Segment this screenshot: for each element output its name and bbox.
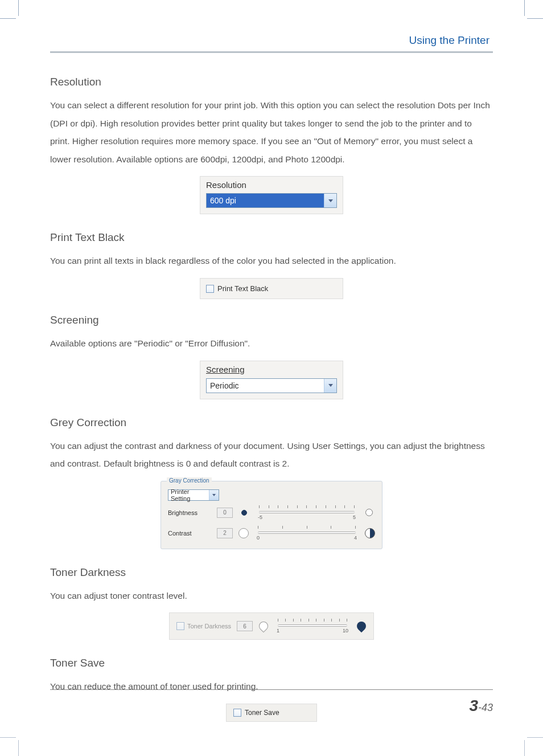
footer-rule: [50, 689, 493, 690]
crop-mark: [527, 737, 543, 738]
drop-filled-icon: [356, 620, 367, 632]
brightness-slider[interactable]: -5 5: [256, 504, 358, 521]
page-number: 3-43: [50, 697, 493, 715]
brightness-value: 0: [217, 508, 233, 518]
grey-mode-dropdown[interactable]: Printer Setting: [168, 489, 219, 501]
header-rule: [50, 51, 493, 53]
section-title-td: Toner Darkness: [50, 566, 493, 579]
section-title-resolution: Resolution: [50, 76, 493, 88]
page-footer: 3-43: [50, 689, 493, 715]
screening-dropdown[interactable]: Periodic: [206, 378, 337, 393]
chevron-down-icon[interactable]: [324, 194, 336, 207]
screening-body: Available options are "Periodic" or "Err…: [50, 334, 493, 353]
td-low: 1: [277, 628, 279, 634]
screening-dd-label: Screening: [206, 365, 337, 374]
ptb-control: Print Text Black: [200, 278, 343, 299]
crop-mark: [0, 18, 16, 19]
resolution-dd-label: Resolution: [206, 180, 337, 190]
screening-control: Screening Periodic: [200, 361, 343, 399]
ptb-checkbox[interactable]: [206, 285, 214, 293]
contrast-value: 2: [217, 528, 233, 538]
section-title-ts: Toner Save: [50, 657, 493, 669]
section-title-screening: Screening: [50, 314, 493, 326]
crop-mark: [18, 740, 19, 756]
brightness-high: 5: [353, 514, 356, 520]
crop-mark: [524, 0, 525, 16]
sun-bright-icon: [364, 507, 375, 518]
contrast-slider[interactable]: 0 4: [254, 525, 359, 542]
grey-body: You can adjust the contrast and darkness…: [50, 437, 493, 473]
chevron-down-icon[interactable]: [209, 490, 219, 500]
contrast-label: Contrast: [168, 530, 211, 537]
resolution-dd-value: 600 dpi: [207, 194, 324, 207]
page-content: Using the Printer Resolution You can sel…: [50, 34, 493, 722]
td-value: 6: [237, 621, 253, 631]
grey-correction-panel: Gray Correction Printer Setting Brightne…: [161, 481, 382, 549]
contrast-high-icon: [365, 528, 375, 538]
grey-dd-value: Printer Setting: [168, 490, 209, 500]
td-high: 10: [343, 628, 348, 634]
crop-mark: [524, 740, 525, 756]
td-checkbox-label: Toner Darkness: [187, 623, 231, 630]
td-checkbox[interactable]: [176, 622, 184, 630]
toner-darkness-panel: Toner Darkness 6 1 10: [169, 612, 374, 640]
resolution-dropdown[interactable]: 600 dpi: [206, 193, 337, 208]
brightness-low: -5: [258, 514, 262, 520]
td-body: You can adjust toner contrast level.: [50, 587, 493, 605]
td-slider[interactable]: 1 10: [274, 618, 351, 635]
drop-empty-icon: [258, 620, 269, 632]
section-title-grey: Grey Correction: [50, 416, 493, 429]
resolution-body: You can select a different resolution fo…: [50, 96, 493, 168]
screening-dd-value: Periodic: [207, 379, 324, 393]
crop-mark: [0, 737, 16, 738]
resolution-control: Resolution 600 dpi: [200, 176, 343, 214]
crop-mark: [527, 18, 543, 19]
section-title-ptb: Print Text Black: [50, 231, 493, 244]
ptb-body: You can print all texts in black regardl…: [50, 252, 493, 270]
contrast-low: 0: [257, 535, 260, 541]
chevron-down-icon[interactable]: [324, 379, 336, 393]
header-breadcrumb: Using the Printer: [50, 34, 493, 47]
crop-mark: [18, 0, 19, 16]
contrast-low-icon: [238, 528, 249, 538]
grey-legend: Gray Correction: [167, 477, 212, 484]
sun-dim-icon: [238, 507, 250, 518]
brightness-label: Brightness: [168, 509, 211, 516]
ptb-checkbox-label: Print Text Black: [217, 284, 268, 293]
contrast-high: 4: [354, 535, 357, 541]
